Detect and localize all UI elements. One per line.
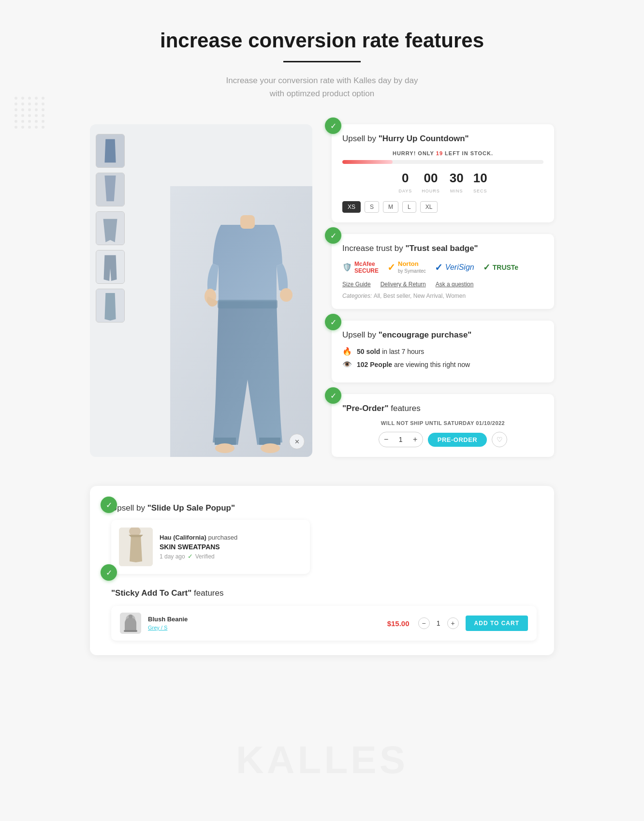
size-selector: XS S M L XL (342, 201, 543, 213)
popup-title: Upsell by "Slide Up Sale Popup" (111, 503, 310, 513)
page-header: increase conversion rate features Increa… (90, 29, 554, 100)
norton-icon: ✓ (387, 262, 395, 273)
slide-popup-content: Upsell by "Slide Up Sale Popup" (107, 503, 310, 574)
thumb-3[interactable] (96, 211, 125, 245)
size-guide-link[interactable]: Size Guide (342, 281, 371, 288)
countdown-mins: 30 MINS (450, 171, 464, 194)
sticky-product-info: Blush Beanie Grey / S (148, 616, 381, 631)
sticky-qty-minus[interactable]: − (418, 617, 430, 629)
sticky-product-name: Blush Beanie (148, 616, 381, 623)
popup-buyer: Hau (California) purchased (160, 534, 302, 541)
feature-encourage-card: ✓ Upsell by "encougrage purchase" 🔥 50 s… (332, 321, 554, 382)
preorder-qty-value: 1 (394, 436, 408, 443)
mcafee-badge: 🛡️ McAfeeSECURE (342, 261, 379, 274)
popup-card: Hau (California) purchased SKIN SWEATPAN… (111, 520, 310, 574)
feature-preorder-card: ✓ "Pre-Order" features WILL NOT SHIP UNT… (332, 394, 554, 457)
svg-point-11 (215, 443, 234, 453)
popup-time: 1 day ago ✓ Verified (160, 553, 302, 560)
bottom-two-col: ✓ Upsell by "Slide Up Sale Popup" (107, 503, 537, 574)
encourage-text-1: 50 sold in last 7 hours (357, 348, 424, 355)
slide-popup-section: ✓ Upsell by "Slide Up Sale Popup" (107, 503, 310, 574)
bottom-section-wrapper: ✓ Upsell by "Slide Up Sale Popup" (90, 486, 554, 655)
feature-hurry-card: ✓ Upsell by "Hurry Up Countdown" HURRY! … (332, 124, 554, 222)
thumb-1[interactable] (96, 134, 125, 168)
truste-label: TRUSTe (493, 264, 518, 271)
title-underline (283, 61, 361, 62)
ask-link[interactable]: Ask a question (436, 281, 474, 288)
countdown-hours: 00 HOURS (422, 171, 440, 194)
eye-icon: 👁️ (342, 360, 352, 369)
thumb-2[interactable] (96, 173, 125, 206)
svg-rect-18 (124, 630, 137, 632)
size-xs[interactable]: XS (342, 201, 361, 213)
mcafee-icon: 🛡️ (342, 263, 352, 272)
size-xl[interactable]: XL (420, 201, 438, 213)
sticky-bar: Blush Beanie Grey / S $15.00 − 1 + ADD T… (111, 606, 537, 641)
hurry-stock-text: HURRY! ONLY 19 LEFT IN STOCK. (342, 150, 543, 156)
page-subtitle: Increase your conversion rate with Kalle… (90, 74, 554, 100)
preorder-qty-minus[interactable]: − (379, 432, 394, 447)
truste-icon: ✓ (483, 262, 490, 273)
truste-badge: ✓ TRUSTe (483, 262, 518, 273)
encourage-check-badge: ✓ (325, 314, 341, 330)
page-title: increase conversion rate features (90, 29, 554, 52)
encourage-list: 🔥 50 sold in last 7 hours 👁️ 102 People … (342, 347, 543, 369)
hurry-check-badge: ✓ (325, 117, 341, 134)
size-s[interactable]: S (365, 201, 379, 213)
features-column: ✓ Upsell by "Hurry Up Countdown" HURRY! … (332, 124, 554, 457)
thumb-5[interactable] (96, 289, 125, 323)
trust-badges-row: 🛡️ McAfeeSECURE ✓ Norton by Symantec ✓ V… (342, 260, 543, 274)
popup-product-name: SKIN SWEATPANS (160, 543, 302, 551)
size-l[interactable]: L (402, 201, 416, 213)
stock-bar-fill (342, 160, 393, 164)
delivery-link[interactable]: Delivery & Return (381, 281, 426, 288)
sticky-qty-row: − 1 + (418, 617, 459, 629)
trust-title: Increase trust by "Trust seal badge" (342, 244, 543, 253)
encourage-text-2: 102 People are viewing this right now (357, 361, 470, 368)
preorder-title: "Pre-Order" features (342, 404, 543, 413)
svg-rect-13 (240, 215, 255, 229)
categories-label: Categories: (342, 293, 374, 299)
norton-label: Norton (398, 260, 419, 267)
preorder-button[interactable]: PRE-ORDER (428, 433, 487, 447)
popup-product-image (119, 528, 153, 566)
verisign-icon: ✓ (435, 262, 443, 273)
feature-trust-card: ✓ Increase trust by "Trust seal badge" 🛡… (332, 234, 554, 309)
preorder-controls: − 1 + PRE-ORDER ♡ (342, 432, 543, 447)
bottom-right-spacer (334, 503, 537, 574)
verisign-badge: ✓ VeriSign (435, 262, 474, 273)
sticky-qty-plus[interactable]: + (447, 617, 459, 629)
wishlist-button[interactable]: ♡ (492, 432, 507, 447)
size-m[interactable]: M (383, 201, 398, 213)
trust-check-badge: ✓ (325, 227, 341, 244)
preorder-check-badge: ✓ (325, 387, 341, 404)
svg-point-12 (261, 443, 280, 453)
sticky-variant[interactable]: Grey / S (148, 625, 167, 630)
sticky-section: ✓ "Sticky Add To Cart" features Bl (107, 588, 537, 641)
add-to-cart-button[interactable]: ADD TO CART (466, 616, 528, 631)
encourage-title: Upsell by "encougrage purchase" (342, 330, 543, 340)
preorder-qty-plus[interactable]: + (408, 432, 423, 447)
norton-badge: ✓ Norton by Symantec (387, 260, 426, 274)
svg-point-7 (280, 288, 293, 302)
encourage-item-2: 👁️ 102 People are viewing this right now (342, 360, 543, 369)
stock-bar (342, 160, 543, 164)
fire-icon: 🔥 (342, 347, 352, 356)
countdown-row: 0 DAYS 00 HOURS 30 MINS 10 SECS (342, 171, 543, 194)
preorder-note: WILL NOT SHIP UNTIL SATURDAY 01/10/2022 (342, 420, 543, 426)
thumb-4[interactable] (96, 250, 125, 284)
encourage-item-1: 🔥 50 sold in last 7 hours (342, 347, 543, 356)
popup-info: Hau (California) purchased SKIN SWEATPAN… (160, 534, 302, 560)
categories-row: Categories: All, Best seller, New Arriva… (342, 293, 543, 299)
svg-point-19 (129, 615, 132, 618)
categories-value: All, Best seller, New Arrival, Women (374, 293, 466, 299)
product-links: Size Guide Delivery & Return Ask a quest… (342, 281, 543, 288)
countdown-days: 0 DAYS (398, 171, 412, 194)
verified-icon: ✓ (188, 553, 193, 560)
sticky-product-image (120, 613, 141, 634)
preorder-qty-control: − 1 + (379, 432, 423, 447)
verisign-label: VeriSign (445, 263, 474, 272)
sticky-price: $15.00 (387, 619, 410, 628)
main-layout: ✕ ✓ Upsell by "Hurry Up Countdown" HURRY… (90, 124, 554, 457)
product-image-area: ✕ (90, 124, 312, 457)
